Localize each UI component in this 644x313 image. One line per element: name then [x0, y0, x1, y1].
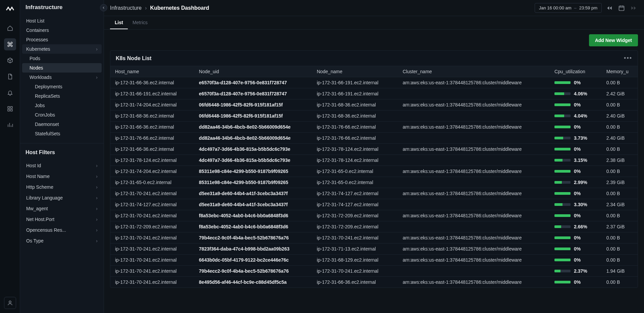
cpu-bar [554, 159, 571, 162]
filter-http-scheme[interactable]: Http Scheme› [22, 182, 102, 192]
filter-mw-agent[interactable]: Mw_agent› [22, 203, 102, 214]
cell-memory: 2.38 GiB [602, 155, 638, 166]
sidebar-item-kubernetes[interactable]: Kubernetes› [22, 44, 102, 54]
cpu-bar [554, 181, 571, 184]
table-row[interactable]: ip-172-31-74-127.ec2.internald5ee31a9-de… [110, 199, 638, 210]
table-row[interactable]: ip-172-31-70-241.ec2.internal79b4ecc2-9c… [110, 232, 638, 243]
breadcrumb-root[interactable]: Infrastructure [110, 5, 142, 11]
rail-command[interactable] [4, 38, 16, 50]
filter-opencensus-res-[interactable]: Opencensus Res...› [22, 225, 102, 235]
rail-cube[interactable] [4, 54, 16, 66]
rail-grid[interactable] [4, 103, 16, 115]
cpu-value: 0% [574, 213, 581, 218]
rail-home[interactable] [4, 22, 16, 34]
node-table: Host_nameNode_uidNode_nameCluster_nameCp… [110, 66, 638, 287]
table-row[interactable]: ip-172-31-68-36.ec2.internal06fd6448-198… [110, 110, 638, 122]
filter-net-host-port[interactable]: Net Host.Port› [22, 214, 102, 225]
sidebar-item-label: Nodes [30, 65, 43, 71]
cell-cpu: 4.04% [550, 110, 602, 122]
rail-bell[interactable] [4, 87, 16, 99]
sidebar-item-workloads[interactable]: Workloads› [22, 73, 102, 82]
svg-point-4 [9, 301, 11, 303]
sidebar-collapse-button[interactable] [100, 4, 107, 11]
cell-node: ip-172-31-68-36.ec2.internal [312, 110, 398, 122]
cpu-bar [554, 225, 571, 228]
table-row[interactable]: ip-172-31-66-36.ec2.internal4dc497a7-3d6… [110, 144, 638, 155]
column-node_uid[interactable]: Node_uid [194, 66, 312, 77]
cell-cluster [398, 155, 550, 166]
cell-host: ip-172-31-66-36.ec2.internal [110, 77, 194, 88]
cell-node: ip-172-31-66-191.ec2.internal [312, 88, 398, 99]
filter-host-id[interactable]: Host Id› [22, 160, 102, 171]
cell-host: ip-172-31-78-124.ec2.internal [110, 155, 194, 166]
sidebar-item-deployments[interactable]: Deployments [22, 82, 102, 91]
sidebar-item-pods[interactable]: Pods [22, 54, 102, 63]
step-forward-icon[interactable] [629, 4, 638, 12]
chevron-right-icon: › [96, 75, 98, 80]
sidebar-item-label: ReplicaSets [35, 93, 60, 99]
sidebar-item-statefulsets[interactable]: StatefulSets [22, 129, 102, 138]
cell-host: ip-172-31-70-241.ec2.internal [110, 232, 194, 243]
table-row[interactable]: ip-172-31-72-209.ec2.internalf8a53ebc-40… [110, 221, 638, 232]
cpu-bar [554, 115, 571, 117]
step-back-icon[interactable] [605, 4, 614, 12]
sidebar-item-containers[interactable]: Containers [22, 26, 102, 35]
cell-uid: f8a53ebc-4052-4ab0-b4c6-bb0a6848f3d6 [194, 221, 312, 232]
column-memory_u[interactable]: Memory_u [602, 66, 638, 77]
table-row[interactable]: ip-172-31-66-191.ec2.internale6570f3a-d1… [110, 88, 638, 99]
column-node_name[interactable]: Node_name [312, 66, 398, 77]
cell-host: ip-172-31-72-209.ec2.internal [110, 221, 194, 232]
sidebar-item-label: Kubernetes [26, 46, 50, 52]
column-cpu_utilization[interactable]: Cpu_utilization [550, 66, 602, 77]
table-row[interactable]: ip-172-31-70-241.ec2.internal8e495d56-af… [110, 277, 638, 288]
chevron-right-icon: › [96, 227, 98, 233]
table-row[interactable]: ip-172-31-76-66.ec2.internaldd82aa46-34b… [110, 133, 638, 144]
chevron-right-icon: › [96, 46, 98, 52]
sidebar-item-jobs[interactable]: Jobs [22, 101, 102, 110]
table-row[interactable]: ip-172-31-70-241.ec2.internald5ee31a9-de… [110, 188, 638, 199]
cell-node: ip-172-31-65-0.ec2.internal [312, 177, 398, 188]
sidebar-nav: Host ListContainersProcessesKubernetes›P… [20, 14, 104, 143]
table-row[interactable]: ip-172-31-70-241.ec2.internal79b4ecc2-9c… [110, 266, 638, 277]
cell-node: ip-172-31-65-0.ec2.internal [312, 166, 398, 177]
column-host_name[interactable]: Host_name [110, 66, 194, 77]
column-cluster_name[interactable]: Cluster_name [398, 66, 550, 77]
table-row[interactable]: ip-172-31-66-36.ec2.internaldd82aa46-34b… [110, 122, 638, 133]
cell-cpu: 0% [550, 122, 602, 133]
panel-menu-icon[interactable]: ••• [624, 55, 632, 62]
filter-host-name[interactable]: Host Name› [22, 171, 102, 182]
cell-uid: 06fd6448-1986-42f5-82f6-915f181af15f [194, 99, 312, 110]
filter-os-type[interactable]: Os Type› [22, 235, 102, 246]
cell-node: ip-172-31-66-191.ec2.internal [312, 77, 398, 88]
table-row[interactable]: ip-172-31-70-241.ec2.internalf8a53ebc-40… [110, 210, 638, 221]
sidebar-item-cronjobs[interactable]: CronJobs [22, 110, 102, 120]
rail-user[interactable] [4, 297, 16, 309]
table-row[interactable]: ip-172-31-66-36.ec2.internale6570f3a-d12… [110, 77, 638, 88]
sidebar-item-daemonset[interactable]: Daemonset [22, 120, 102, 129]
add-widget-button[interactable]: Add New Widget [589, 34, 638, 46]
table-row[interactable]: ip-172-31-74-204.ec2.internal85311e98-c8… [110, 166, 638, 177]
rail-chart[interactable] [4, 119, 16, 131]
table-row[interactable]: ip-172-31-70-241.ec2.internal6643b0dc-05… [110, 255, 638, 266]
cell-uid: f8a53ebc-4052-4ab0-b4c6-bb0a6848f3d6 [194, 210, 312, 221]
cell-uid: 85311e98-c84e-4299-b550-9187b9f09265 [194, 177, 312, 188]
table-row[interactable]: ip-172-31-74-204.ec2.internal06fd6448-19… [110, 99, 638, 110]
filter-library-language[interactable]: Library Language› [22, 192, 102, 203]
sidebar-item-nodes[interactable]: Nodes [22, 63, 102, 73]
chevron-right-icon: › [96, 184, 98, 190]
breadcrumb: Infrastructure › Kubernetes Dashboard [110, 5, 209, 11]
sidebar-item-replicasets[interactable]: ReplicaSets [22, 91, 102, 101]
tab-list[interactable]: List [110, 16, 128, 29]
sidebar-item-host-list[interactable]: Host List [22, 16, 102, 26]
cpu-bar [554, 137, 571, 139]
time-range-picker[interactable]: Jan 16 00:00 am – 23:59 pm [535, 3, 602, 13]
table-row[interactable]: ip-172-31-65-0.ec2.internal85311e98-c84e… [110, 177, 638, 188]
table-row[interactable]: ip-172-31-70-241.ec2.internal7823f364-da… [110, 243, 638, 255]
sidebar-item-processes[interactable]: Processes [22, 35, 102, 44]
table-row[interactable]: ip-172-31-78-124.ec2.internal4dc497a7-3d… [110, 155, 638, 166]
cell-cluster: arn:aws:eks:us-east-1:378448125786:clust… [398, 77, 550, 88]
calendar-icon[interactable] [617, 4, 626, 12]
tab-metrics[interactable]: Metrics [128, 16, 152, 29]
cell-uid: dd82aa46-34b6-4bcb-8e02-5b66009d654e [194, 122, 312, 133]
rail-document[interactable] [4, 71, 16, 83]
